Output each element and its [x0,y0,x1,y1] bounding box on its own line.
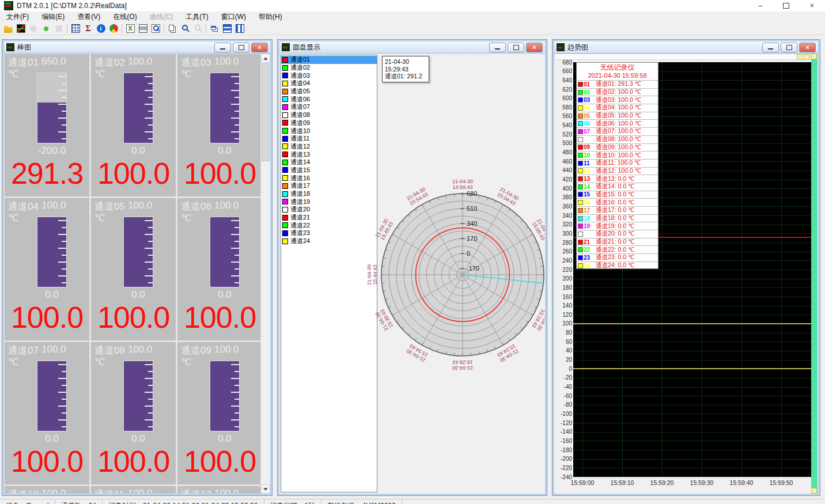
hscroll-button[interactable] [804,54,809,60]
preview-button[interactable] [149,23,162,35]
gauge-tick [145,406,153,407]
gauge-max-value: 100.0 [128,200,153,211]
trend-chart-client: 6806606406206005805605405205004804604404… [554,54,818,494]
gridline-horizontal [573,441,813,441]
realtime-curve-button[interactable] [14,23,27,35]
trend-window-titlebar[interactable]: 趋势图 × [554,41,818,54]
pie-button[interactable] [107,23,120,35]
scroll-up-button[interactable] [261,54,270,63]
trend-hscrollbar[interactable] [554,54,811,60]
print-button[interactable] [137,23,149,35]
legend-title: 无纸记录仪 [577,63,658,72]
scrollbar-thumb[interactable] [262,63,270,161]
channel-list-item[interactable]: 通道04 [281,79,377,88]
gauge-tick [58,90,66,91]
close-button[interactable]: × [251,43,268,52]
vscroll-button[interactable] [811,54,817,59]
channel-list-item[interactable]: 通道12 [281,143,377,151]
channel-list-item[interactable]: 通道03 [281,71,377,79]
gridline-horizontal [573,405,813,406]
gauge-tick [145,392,153,393]
channel-color-swatch [282,238,288,244]
tile-horizontal-button[interactable] [221,23,233,35]
data-table-button[interactable] [69,23,82,35]
channel-list-item[interactable]: 通道01 [281,56,377,64]
gauge-tick [148,124,153,126]
y-axis-label: -20 [555,374,572,381]
maximize-button[interactable] [233,43,249,52]
zoom-out-icon [194,24,202,33]
menu-item-1[interactable]: 文件(F) [0,11,35,23]
channel-list-item[interactable]: 通道08 [281,111,377,119]
close-button[interactable]: × [799,0,825,12]
minimize-button[interactable] [762,43,779,52]
minimize-button[interactable] [214,43,231,52]
sigma-button[interactable]: Σ [82,23,94,35]
scroll-down-button[interactable] [261,484,270,494]
record-button[interactable] [40,23,52,35]
vscroll-button[interactable] [811,488,817,494]
legend-row: 06通道06: 100.0 ℃ [577,119,658,127]
close-button[interactable]: × [799,43,816,52]
channel-list-item[interactable]: 通道14 [281,158,377,166]
open-file-button[interactable] [2,23,14,35]
channel-list-item[interactable]: 通道13 [281,150,377,158]
gauge-tick [234,412,239,414]
maximize-button[interactable] [781,43,797,52]
channel-list-item[interactable]: 通道06 [281,95,377,103]
menu-item-4[interactable]: 在线(O) [107,11,143,23]
cascade-button[interactable] [208,23,221,35]
svg-text:0: 0 [467,250,470,257]
y-axis-label: 640 [555,77,572,84]
zoom-in-icon [181,24,190,33]
y-axis-label: 200 [555,275,572,282]
zoom-in-button[interactable] [179,23,191,35]
channel-list-item[interactable]: 通道07 [281,103,377,111]
svg-text:510: 510 [467,205,477,212]
menu-item-8[interactable]: 帮助(H) [252,11,289,23]
gauge-tick [148,111,153,112]
bar-scrollbar[interactable] [260,54,270,494]
channel-list-item[interactable]: 通道05 [281,88,377,96]
maximize-button[interactable] [508,43,524,52]
menu-item-2[interactable]: 编辑(E) [35,11,71,23]
menu-item-7[interactable]: 窗口(W) [215,11,252,23]
legend-row: 05通道05: 100.0 ℃ [577,112,658,120]
channel-color-swatch [282,207,288,213]
gauge-max-value: 650.0 [41,56,66,67]
close-button[interactable]: × [526,43,543,52]
export-excel-button[interactable]: X [124,23,137,35]
disc-window-titlebar[interactable]: 圆盘显示 × [279,41,545,54]
channel-list-item[interactable]: 通道10 [281,127,377,135]
channel-list-item[interactable]: 通道02 [281,64,377,72]
hscroll-button[interactable] [797,54,803,60]
legend-row: 12通道12: 100.0 ℃ [577,167,658,175]
gauge-max-value: 100.0 [214,488,239,494]
menu-item-5[interactable]: 曲线(C) [143,11,180,23]
y-axis-label: -60 [555,393,572,399]
y-axis-label: 280 [555,240,572,246]
minimize-button[interactable]: – [747,0,773,12]
gauge-tick [231,364,239,365]
gauge-tick [145,220,153,221]
info-button[interactable]: i [94,23,107,35]
menu-item-3[interactable]: 查看(V) [71,11,107,23]
channel-list-item[interactable]: 通道09 [281,119,377,127]
copy-button[interactable] [166,23,179,35]
gauge-tick [62,412,66,414]
legend-channel-value: 通道12: 100.0 ℃ [596,167,642,175]
minimize-button[interactable] [489,43,506,52]
gauge-min-value: 0.0 [106,289,171,301]
legend-color-swatch [578,263,583,268]
legend-row: 23通道23: 0.0 ℃ [577,253,658,262]
maximize-button[interactable] [773,0,799,12]
legend-row: 21通道21: 0.0 ℃ [577,238,658,246]
channel-list-item[interactable]: 通道11 [281,135,377,143]
gridline-horizontal [573,279,813,279]
legend-color-swatch [578,129,583,134]
gauge-tick [58,262,66,263]
trend-vscrollbar[interactable] [811,54,818,494]
tile-vertical-button[interactable] [233,23,246,35]
menu-item-6[interactable]: 工具(T) [179,11,214,23]
bar-window-titlebar[interactable]: 棒图 × [4,41,270,54]
